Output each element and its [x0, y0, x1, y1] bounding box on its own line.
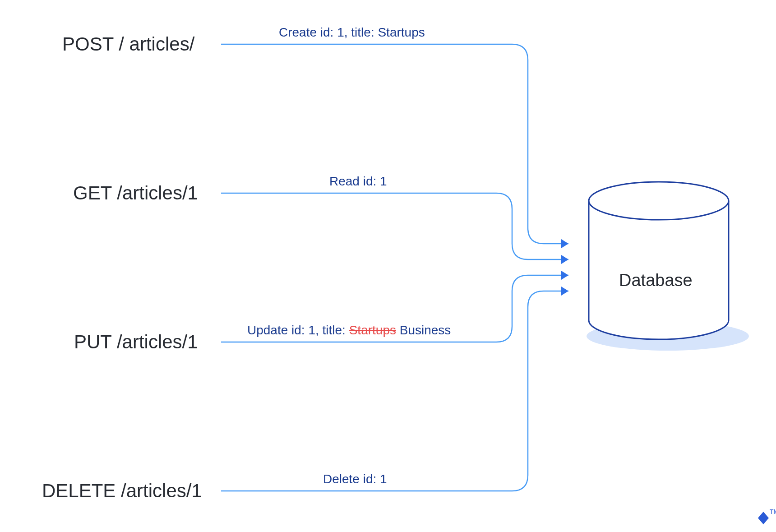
action-read-label: Read id: 1 — [329, 174, 387, 189]
method-delete-label: DELETE /articles/1 — [42, 480, 202, 502]
method-post-label: POST / articles/ — [62, 33, 194, 55]
action-update-label: Update id: 1, title: Startups Business — [247, 323, 451, 338]
line-delete — [221, 291, 568, 491]
arrowhead-delete — [561, 287, 568, 296]
database-icon — [589, 182, 729, 339]
diagram-svg — [0, 0, 776, 532]
action-delete-label: Delete id: 1 — [323, 472, 387, 486]
method-put-label: PUT /articles/1 — [74, 331, 198, 353]
arrowhead-put — [561, 271, 568, 280]
database-shadow — [587, 322, 749, 351]
svg-point-0 — [589, 182, 729, 220]
crud-diagram: POST / articles/ GET /articles/1 PUT /ar… — [0, 0, 776, 532]
action-update-strike: Startups — [349, 323, 396, 337]
database-label: Database — [619, 271, 693, 290]
method-get-label: GET /articles/1 — [73, 182, 198, 204]
action-update-prefix: Update id: 1, title: — [247, 323, 349, 337]
action-create-label: Create id: 1, title: Startups — [279, 25, 425, 40]
arrowhead-post — [561, 239, 568, 248]
tm-label: TM — [770, 508, 776, 515]
action-update-suffix: Business — [396, 323, 451, 337]
line-post — [221, 44, 568, 244]
line-get — [221, 193, 568, 259]
arrowhead-get — [561, 255, 568, 264]
toptal-logo-icon — [758, 512, 769, 524]
